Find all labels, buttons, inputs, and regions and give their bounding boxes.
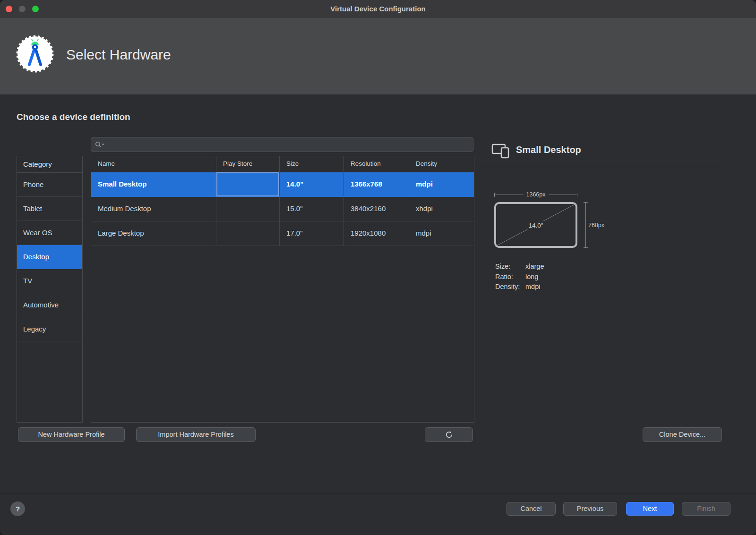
- device-frames-icon: [491, 143, 510, 161]
- width-measure: 1366px: [494, 191, 577, 198]
- page-title: Select Hardware: [66, 47, 171, 63]
- cell-name: Medium Desktop: [91, 197, 216, 221]
- table-row-large-desktop[interactable]: Large Desktop 17.0" 1920x1080 mdpi: [91, 221, 474, 246]
- spec-size: Size:xlarge: [495, 262, 544, 272]
- virtual-device-configuration-window: Virtual Device Configuration Select Hard…: [0, 0, 756, 535]
- category-item-automotive[interactable]: Automotive: [17, 293, 82, 317]
- category-item-legacy[interactable]: Legacy: [17, 317, 82, 341]
- category-item-wear-os[interactable]: Wear OS: [17, 221, 82, 245]
- category-item-phone[interactable]: Phone: [17, 173, 82, 197]
- window-title: Virtual Device Configuration: [0, 0, 756, 18]
- cell-resolution: 1920x1080: [344, 221, 409, 246]
- table-row-medium-desktop[interactable]: Medium Desktop 15.0" 3840x2160 xhdpi: [91, 197, 474, 221]
- column-header-density[interactable]: Density: [409, 156, 474, 172]
- category-panel: Category Phone Tablet Wear OS Desktop TV…: [17, 156, 83, 423]
- next-button[interactable]: Next: [626, 502, 674, 516]
- cell-size: 17.0": [280, 221, 344, 246]
- spec-density: Density:mdpi: [495, 282, 544, 292]
- column-header-play-store[interactable]: Play Store: [216, 156, 280, 172]
- cell-resolution: 3840x2160: [344, 197, 409, 221]
- cell-name: Large Desktop: [91, 221, 216, 246]
- spec-ratio: Ratio:long: [495, 272, 544, 282]
- clone-device-button[interactable]: Clone Device...: [643, 427, 722, 442]
- cell-play-store: [216, 197, 280, 221]
- section-heading: Choose a device definition: [17, 112, 130, 122]
- diagonal-label: 14.0": [526, 221, 545, 229]
- refresh-icon: [445, 430, 453, 438]
- cell-resolution: 1366x768: [344, 172, 409, 196]
- cell-name: Small Desktop: [91, 172, 216, 196]
- cell-play-store: [216, 221, 280, 246]
- import-hardware-profiles-button[interactable]: Import Hardware Profiles: [136, 427, 256, 442]
- cancel-button[interactable]: Cancel: [507, 502, 556, 516]
- help-icon: ?: [16, 505, 20, 513]
- device-definition-table: Name Play Store Size Resolution Density …: [91, 156, 474, 423]
- device-diagram: 14.0": [494, 202, 577, 248]
- refresh-button[interactable]: [425, 427, 473, 442]
- table-row-small-desktop[interactable]: Small Desktop 14.0" 1366x768 mdpi: [91, 172, 474, 197]
- device-search-input[interactable]: [91, 137, 473, 152]
- cell-density: mdpi: [409, 221, 474, 246]
- cell-density: mdpi: [409, 172, 474, 196]
- new-hardware-profile-button[interactable]: New Hardware Profile: [18, 427, 125, 442]
- height-label: 768px: [588, 222, 604, 229]
- footer-divider: [0, 493, 756, 494]
- finish-button: Finish: [682, 502, 730, 516]
- titlebar: Virtual Device Configuration: [0, 0, 756, 18]
- column-header-resolution[interactable]: Resolution: [344, 156, 409, 172]
- android-studio-logo-icon: [16, 34, 54, 73]
- cell-size: 14.0": [280, 172, 344, 196]
- cell-size: 15.0": [280, 197, 344, 221]
- help-button[interactable]: ?: [10, 501, 25, 516]
- cell-density: xhdpi: [409, 197, 474, 221]
- table-header-row: Name Play Store Size Resolution Density: [91, 156, 474, 172]
- cell-play-store: [216, 172, 280, 196]
- category-item-tablet[interactable]: Tablet: [17, 197, 82, 221]
- device-specs: Size:xlarge Ratio:long Density:mdpi: [495, 262, 544, 292]
- width-label: 1366px: [524, 191, 549, 198]
- selected-device-title: Small Desktop: [516, 144, 581, 155]
- height-measure: 768px: [585, 202, 614, 248]
- previous-button[interactable]: Previous: [563, 502, 617, 516]
- device-search: [91, 137, 473, 152]
- details-divider: [482, 166, 725, 166]
- category-item-desktop[interactable]: Desktop: [17, 245, 82, 269]
- category-item-tv[interactable]: TV: [17, 269, 82, 293]
- column-header-size[interactable]: Size: [280, 156, 344, 172]
- category-column-header: Category: [17, 156, 82, 173]
- column-header-name[interactable]: Name: [91, 156, 216, 172]
